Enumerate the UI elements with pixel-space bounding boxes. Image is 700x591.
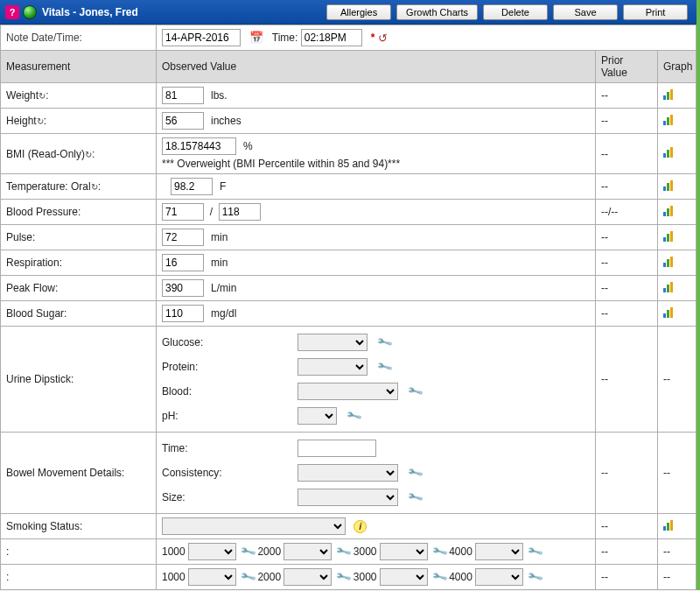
urine-ph-select[interactable] — [298, 407, 337, 425]
note-date-input[interactable] — [162, 29, 241, 46]
c1-s2[interactable] — [284, 543, 332, 560]
bp-sys-input[interactable] — [162, 203, 204, 221]
delete-button[interactable]: Delete — [483, 4, 548, 20]
c2-v2: 2000 — [257, 571, 281, 583]
row-custom2: : 1000 🔧 2000 🔧 3000 🔧 4000 🔧 -- -- — [1, 565, 696, 590]
weight-input[interactable] — [162, 87, 204, 104]
urine-protein-label: Protein: — [162, 361, 249, 373]
wrench-icon[interactable]: 🔧 — [240, 568, 257, 586]
c1-v1: 1000 — [162, 545, 186, 558]
wrench-icon[interactable]: 🔧 — [346, 407, 363, 425]
allergies-button[interactable]: Allergies — [326, 4, 391, 20]
height-prior: -- — [596, 109, 658, 134]
c2-s1[interactable] — [188, 568, 236, 586]
wrench-icon[interactable]: 🔧 — [240, 543, 257, 560]
note-time-input[interactable] — [301, 29, 362, 46]
c2-v1: 1000 — [162, 571, 186, 583]
sugar-label: Blood Sugar: — [1, 301, 157, 327]
row-peak: Peak Flow: L/min -- — [1, 276, 696, 301]
wrench-icon[interactable]: 🔧 — [527, 543, 544, 560]
sugar-prior: -- — [596, 301, 658, 327]
chart-icon[interactable] — [663, 89, 676, 100]
peak-unit: L/min — [211, 282, 236, 294]
print-button[interactable]: Print — [623, 4, 688, 20]
row-weight: Weight↻: lbs. -- — [1, 83, 696, 109]
wrench-icon[interactable]: 🔧 — [430, 543, 448, 560]
bowel-graph: -- — [658, 433, 696, 514]
bowel-size-select[interactable] — [298, 489, 398, 506]
resp-input[interactable] — [162, 254, 204, 271]
c2-v3: 3000 — [354, 571, 377, 583]
urine-ph-label: pH: — [162, 410, 249, 422]
sugar-input[interactable] — [162, 305, 204, 322]
required-asterisk: * — [371, 32, 375, 44]
wrench-icon[interactable]: 🔧 — [407, 464, 424, 482]
temp-prior: -- — [596, 174, 658, 200]
info-icon[interactable]: i — [354, 520, 367, 533]
bowel-consistency-select[interactable] — [298, 464, 398, 482]
wrench-icon[interactable]: 🔧 — [527, 568, 544, 586]
sugar-unit: mg/dl — [211, 307, 236, 320]
save-button[interactable]: Save — [553, 4, 618, 20]
wrench-icon[interactable]: 🔧 — [376, 334, 394, 351]
c1-s4[interactable] — [475, 543, 523, 560]
refresh-icon[interactable]: ↻ — [91, 182, 98, 192]
height-unit: inches — [211, 115, 242, 127]
chart-icon[interactable] — [663, 147, 676, 158]
pulse-input[interactable] — [162, 229, 204, 246]
growth-charts-button[interactable]: Growth Charts — [396, 4, 478, 20]
row-bmi: BMI (Read-Only)↻: % *** Overweight (BMI … — [1, 134, 696, 174]
chart-icon[interactable] — [663, 307, 676, 318]
wrench-icon[interactable]: 🔧 — [430, 568, 448, 586]
urine-blood-select[interactable] — [298, 383, 398, 400]
col-observed: Observed Value — [157, 51, 596, 83]
clock-icon[interactable]: ↺ — [378, 32, 388, 45]
row-resp: Respiration: min -- — [1, 250, 696, 276]
c2-s3[interactable] — [380, 568, 428, 586]
chart-icon[interactable] — [663, 206, 676, 216]
refresh-icon[interactable]: ↻ — [37, 116, 44, 126]
help-icon[interactable]: ? — [5, 5, 19, 19]
row-sugar: Blood Sugar: mg/dl -- — [1, 301, 696, 327]
row-pulse: Pulse: min -- — [1, 225, 696, 250]
chart-icon[interactable] — [663, 520, 676, 531]
urine-graph: -- — [658, 327, 696, 433]
refresh-icon[interactable]: ↻ — [85, 150, 92, 159]
wrench-icon[interactable]: 🔧 — [407, 383, 424, 400]
c1-s3[interactable] — [380, 543, 428, 560]
wrench-icon[interactable]: 🔧 — [376, 358, 394, 376]
bmi-prior: -- — [596, 134, 658, 174]
peak-input[interactable] — [162, 279, 204, 297]
smoking-select[interactable] — [162, 517, 346, 535]
chart-icon[interactable] — [663, 115, 676, 125]
chart-icon[interactable] — [663, 231, 676, 242]
wrench-icon[interactable]: 🔧 — [335, 568, 353, 586]
urine-prior: -- — [596, 327, 658, 433]
bp-dia-input[interactable] — [219, 203, 261, 221]
chart-icon[interactable] — [663, 180, 676, 191]
bowel-time-input[interactable] — [298, 440, 376, 457]
time-label: Time: — [272, 32, 298, 44]
c2-s4[interactable] — [475, 568, 523, 586]
wrench-icon[interactable]: 🔧 — [407, 489, 424, 506]
bowel-prior: -- — [596, 433, 658, 514]
wrench-icon[interactable]: 🔧 — [335, 543, 353, 560]
pulse-unit: min — [211, 231, 228, 243]
custom1-prior: -- — [596, 539, 658, 565]
urine-protein-select[interactable] — [298, 358, 368, 376]
c1-v2: 2000 — [257, 545, 281, 558]
chart-icon[interactable] — [663, 282, 676, 292]
row-temp: Temperature: Oral↻: F -- — [1, 174, 696, 200]
chart-icon[interactable] — [663, 257, 676, 267]
bowel-label: Bowel Movement Details: — [1, 433, 157, 514]
window-title: Vitals - Jones, Fred — [42, 6, 138, 18]
c2-s2[interactable] — [284, 568, 332, 586]
temp-input[interactable] — [171, 178, 213, 195]
c1-s1[interactable] — [188, 543, 236, 560]
height-input[interactable] — [162, 112, 204, 130]
calendar-icon[interactable]: 📅 — [249, 31, 263, 44]
smoking-label: Smoking Status: — [1, 514, 157, 539]
col-measurement: Measurement — [1, 51, 157, 83]
refresh-icon[interactable]: ↻ — [38, 91, 46, 101]
urine-glucose-select[interactable] — [298, 334, 368, 351]
